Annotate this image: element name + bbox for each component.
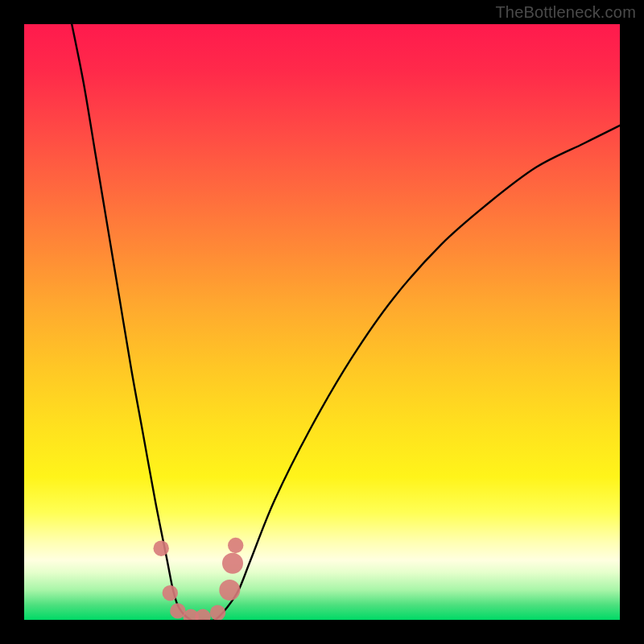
curve-marker [210, 605, 225, 620]
curve-marker [219, 580, 240, 601]
watermark-text: TheBottleneck.com [495, 3, 636, 22]
bottleneck-curve-svg [24, 24, 620, 620]
curve-marker [163, 585, 178, 601]
bottleneck-curve [72, 24, 620, 620]
curve-markers [154, 538, 244, 620]
curve-marker [222, 553, 243, 574]
curve-marker [195, 609, 210, 620]
plot-area [24, 24, 620, 620]
chart-frame: TheBottleneck.com [0, 0, 644, 644]
curve-marker [228, 538, 243, 553]
curve-marker [154, 541, 169, 556]
